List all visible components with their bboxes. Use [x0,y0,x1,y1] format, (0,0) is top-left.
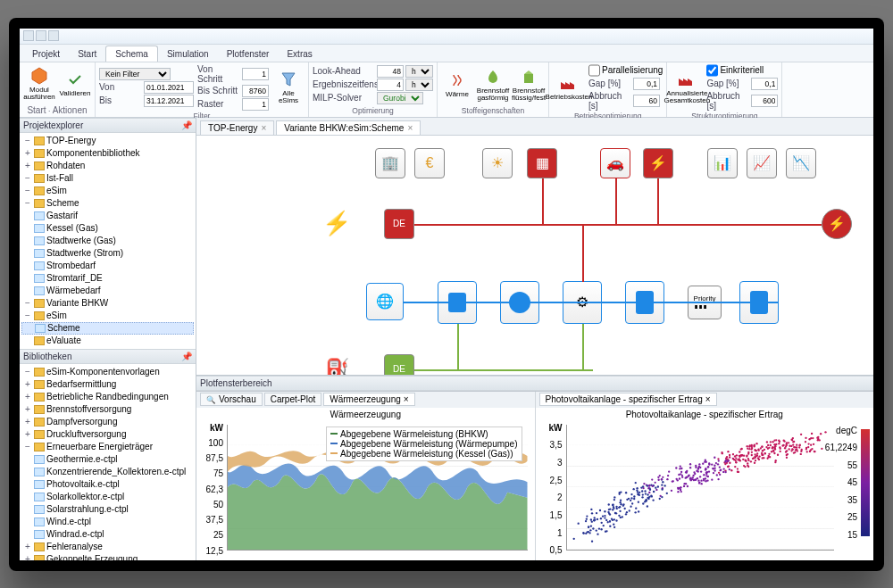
doc-tab[interactable]: Variante BHKW:eSim:Scheme× [276,120,421,135]
waerme-button[interactable]: Wärme [441,66,473,104]
panel-pin-icon[interactable]: 📌 [181,352,192,361]
doc-tab[interactable]: TOP-Energy× [200,120,274,135]
tab-extras[interactable]: Extras [278,46,321,62]
gas-button[interactable]: Brennstoff gasförmig [477,66,509,104]
abbruch-input[interactable] [633,95,660,107]
modul-ausfuehren-button[interactable]: Modul ausführen [23,65,55,103]
comp-bolt[interactable]: ⚡ [643,148,673,178]
tree-node[interactable]: +Brennstoffversorgung [21,403,194,416]
tree-node[interactable]: −Variante BHKW [21,297,194,310]
tree-node[interactable]: Solarstrahlung.e-ctpl [21,503,194,516]
tree-node[interactable]: −eSim [21,185,194,197]
comp-de-tariff[interactable]: DE [384,209,414,239]
tree-node[interactable]: +Bedarfsermittlung [21,378,194,391]
tree-node[interactable]: +Gekoppelte Erzeugung [21,553,194,560]
tab-schema[interactable]: Schema [105,46,158,62]
tree-node[interactable]: Stadtwerke (Gas) [21,235,194,247]
close-icon[interactable]: × [705,394,711,404]
tree-node[interactable]: +Fehleranalyse [21,541,194,553]
fest-button[interactable]: Brennstoff flüssig/fest [513,66,545,104]
plot-tab[interactable]: Carpet-Plot [264,393,322,406]
comp-pylon[interactable]: ⚡ [321,209,352,239]
close-icon[interactable]: × [407,123,413,133]
plot-tab[interactable]: Photovoltaikanlage - spezifischer Ertrag… [539,393,717,406]
tree-node[interactable]: Scheme [21,322,194,335]
tree-node[interactable]: −TOP-Energy [21,135,194,147]
tree-node[interactable]: Wind.e-ctpl [21,516,194,528]
comp-chart2[interactable]: 📈 [747,148,777,178]
svg-point-496 [756,452,758,454]
panel-pin-icon[interactable]: 📌 [181,120,192,130]
struct-abbruch-input[interactable] [751,95,778,107]
tree-node[interactable]: +Komponentenbibliothek [21,147,194,160]
tab-projekt[interactable]: Projekt [23,46,69,62]
filter-select[interactable]: Kein Filter [99,68,171,80]
qa-save-icon[interactable] [23,30,34,41]
tree-node[interactable]: Kessel (Gas) [21,222,194,235]
tree-node[interactable]: −Scheme [21,197,194,210]
comp-chart1[interactable]: 📊 [707,148,738,178]
tree-node[interactable]: −Ist-Fall [21,172,194,185]
tab-simulation[interactable]: Simulation [158,46,218,62]
tree-node[interactable]: −eSim-Komponentenvorlagen [21,366,194,378]
parallel-checkbox[interactable] [588,64,600,77]
comp-gastank[interactable]: ⛽ [321,354,352,375]
qa-undo-icon[interactable] [36,30,46,41]
tree-node[interactable]: Strombedarf [21,260,194,272]
close-icon[interactable]: × [261,123,266,133]
comp-de-gas[interactable]: DE [384,354,414,375]
tree-node[interactable]: +Druckluftversorgung [21,428,194,441]
close-icon[interactable]: × [404,394,409,404]
lookahead-unit[interactable]: h [405,65,433,78]
bisschritt-input[interactable] [242,85,269,97]
tree-node[interactable]: Windrad.e-ctpl [21,528,194,541]
tree-node[interactable]: Stromtarif_DE [21,272,194,285]
comp-pv[interactable]: ▦ [527,148,557,178]
plot-tab[interactable]: 🔍Vorschau [200,393,263,406]
svg-point-358 [752,457,754,459]
scheme-canvas[interactable]: 🏢 € ☀ ▦ 🚗 ⚡ 📊 📈 📉 ⚡ DE ⚡ 🌐 ⚙ Priority∎∎∎… [196,136,873,375]
tab-plotfenster[interactable]: Plotfenster [218,46,279,62]
vonschritt-input[interactable] [242,68,269,80]
comp-meter[interactable]: ⚡ [822,209,852,239]
bis-input[interactable] [144,95,194,107]
comp-globe[interactable]: 🌐 [366,283,404,320]
comp-ev[interactable]: 🚗 [600,148,630,178]
tree-node[interactable]: +Dampfversorgung [21,416,194,428]
tree-node[interactable]: eValuate [21,335,194,347]
zeitfenster-input[interactable] [377,79,404,91]
plot-area[interactable] [566,425,835,551]
comp-chart3[interactable]: 📉 [786,148,816,178]
struct-gap-input[interactable] [751,78,778,90]
tree-node[interactable]: Stadtwerke (Strom) [21,247,194,260]
von-input[interactable] [144,81,194,94]
alle-esims-button[interactable]: Alle eSims [272,69,305,106]
validieren-button[interactable]: Validieren [59,65,91,103]
svg-point-325 [610,518,612,519]
tree-node[interactable]: −eSim [21,310,194,322]
plot-tab[interactable]: Wärmeerzeugung× [323,393,414,406]
tree-node[interactable]: Gastarif [21,210,194,222]
betriebskosten-button[interactable]: Betriebskosten [553,69,585,106]
raster-input[interactable] [242,98,269,111]
tree-node[interactable]: +Betriebliche Randbedingungen [21,391,194,403]
plot-area[interactable]: Abgegebene Wärmeleistung (BHKW) Abgegebe… [227,425,528,551]
comp-euro[interactable]: € [414,148,445,178]
tree-node[interactable]: Konzentrierende_Kollektoren.e-ctpl [21,466,194,478]
comp-building[interactable]: 🏢 [375,148,405,178]
milp-select[interactable]: Gurobi [377,92,423,104]
gap-input[interactable] [633,78,660,90]
tree-node[interactable]: +Rohdaten [21,160,194,172]
lookahead-input[interactable] [377,65,404,78]
tree-node[interactable]: Geothermie.e-ctpl [21,453,194,466]
tree-node[interactable]: −Erneuerbare Energieträger [21,441,194,453]
tab-start[interactable]: Start [69,46,105,62]
tree-node[interactable]: Solarkollektor.e-ctpl [21,491,194,503]
einkriteriell-checkbox[interactable] [706,64,718,77]
tree-node[interactable]: Wärmebedarf [21,285,194,297]
comp-sun[interactable]: ☀ [482,148,513,178]
annualisierte-button[interactable]: Annualisierte Gesamtkosten [671,69,703,106]
tree-node[interactable]: Photovoltaik.e-ctpl [21,478,194,491]
zeitfenster-unit[interactable]: h [405,79,433,91]
qa-redo-icon[interactable] [48,30,59,41]
